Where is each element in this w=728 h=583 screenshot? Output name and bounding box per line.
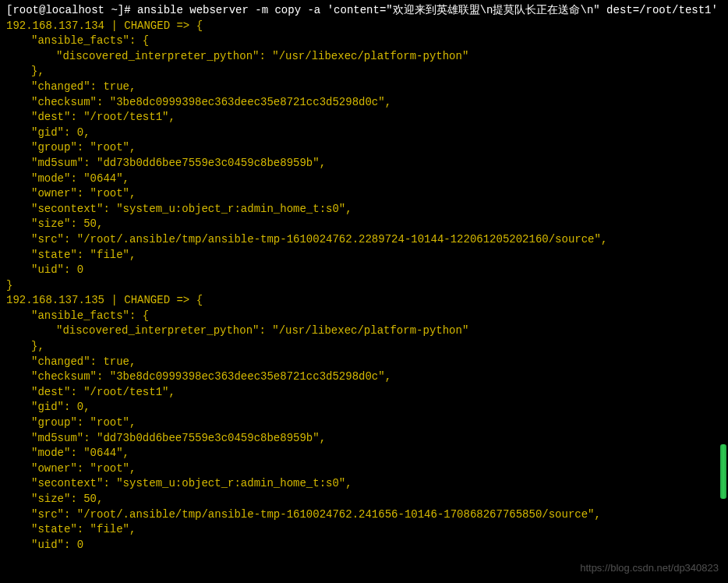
json-output-line: "checksum": "3be8dc0999398ec363deec35e87…	[6, 95, 722, 111]
json-output-line: "md5sum": "dd73b0dd6bee7559e3c0459c8be89…	[6, 156, 722, 171]
json-output-line: "changed": true,	[6, 355, 722, 370]
terminal-output[interactable]: [root@localhost ~]# ansible webserver -m…	[6, 3, 722, 553]
json-output-line: "dest": "/root/test1",	[6, 110, 722, 125]
json-output-line: "mode": "0644",	[6, 171, 722, 187]
command-prompt: [root@localhost ~]# ansible webserver -m…	[6, 3, 722, 19]
json-output-line: "secontext": "system_u:object_r:admin_ho…	[6, 202, 722, 217]
json-output-line: "ansible_facts": {	[6, 34, 722, 49]
json-output-line: "owner": "root",	[6, 461, 722, 477]
json-output-line: "checksum": "3be8dc0999398ec363deec35e87…	[6, 369, 722, 385]
json-output-line: "group": "root",	[6, 415, 722, 431]
json-output-line: "size": 50,	[6, 217, 722, 232]
watermark-text: https://blog.csdn.net/dp340823	[580, 561, 719, 575]
json-output-line: "gid": 0,	[6, 400, 722, 415]
host-result-header: 192.168.137.134 | CHANGED => {	[6, 19, 722, 34]
json-output-line: "size": 50,	[6, 492, 722, 507]
json-output-line: "ansible_facts": {	[6, 309, 722, 324]
json-output-line: "group": "root",	[6, 140, 722, 156]
json-close-brace: }	[6, 278, 722, 294]
json-output-line: "uid": 0	[6, 263, 722, 278]
json-output-line: "discovered_interpreter_python": "/usr/l…	[6, 323, 722, 339]
json-output-line: "changed": true,	[6, 80, 722, 95]
ansible-output: 192.168.137.134 | CHANGED => {"ansible_f…	[6, 19, 722, 553]
prompt-prefix: [root@localhost ~]#	[6, 4, 137, 16]
command-text: ansible webserver -m copy -a 'content="欢…	[137, 4, 718, 16]
json-output-line: },	[6, 339, 722, 355]
scrollbar-thumb[interactable]	[720, 444, 726, 499]
json-output-line: },	[6, 64, 722, 80]
json-output-line: "owner": "root",	[6, 186, 722, 202]
json-output-line: "secontext": "system_u:object_r:admin_ho…	[6, 476, 722, 492]
json-output-line: "dest": "/root/test1",	[6, 385, 722, 401]
json-output-line: "src": "/root/.ansible/tmp/ansible-tmp-1…	[6, 507, 722, 523]
json-output-line: "discovered_interpreter_python": "/usr/l…	[6, 49, 722, 65]
json-output-line: "src": "/root/.ansible/tmp/ansible-tmp-1…	[6, 232, 722, 248]
json-output-line: "gid": 0,	[6, 125, 722, 141]
json-output-line: "uid": 0	[6, 538, 722, 553]
json-output-line: "state": "file",	[6, 522, 722, 538]
json-output-line: "mode": "0644",	[6, 446, 722, 461]
host-result-header: 192.168.137.135 | CHANGED => {	[6, 293, 722, 309]
json-output-line: "state": "file",	[6, 248, 722, 263]
json-output-line: "md5sum": "dd73b0dd6bee7559e3c0459c8be89…	[6, 431, 722, 447]
